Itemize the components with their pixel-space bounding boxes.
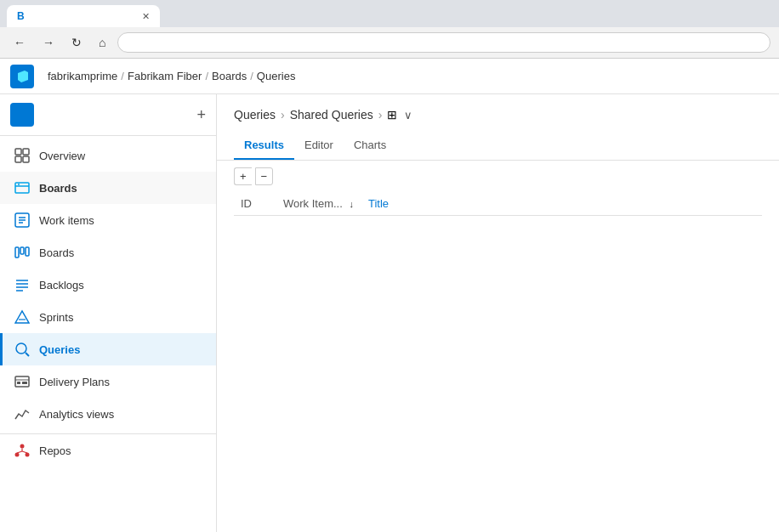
svg-rect-4	[15, 156, 21, 162]
breadcrumb-chevron-2: ›	[378, 108, 383, 122]
sidebar-item-repos[interactable]: Repos	[0, 433, 216, 467]
breadcrumb-boards[interactable]: Boards	[212, 70, 247, 82]
sidebar-item-queries-label: Queries	[39, 343, 80, 356]
tab-favicon: B	[17, 10, 29, 22]
sidebar-item-backlogs-label: Backlogs	[39, 279, 84, 291]
boards-icon	[14, 244, 31, 261]
backlogs-icon	[14, 276, 31, 293]
svg-point-30	[26, 453, 30, 457]
svg-line-32	[17, 451, 22, 453]
address-bar: ← → ↻ ⌂	[0, 27, 779, 58]
breadcrumb-sep-1: /	[121, 70, 124, 82]
breadcrumb-fabrikam-fiber[interactable]: Fabrikam Fiber	[128, 70, 202, 82]
refresh-button[interactable]: ↻	[66, 34, 87, 51]
sidebar-item-boards-label: Boards	[39, 246, 74, 259]
tab-bar-content: Results Editor Charts	[234, 132, 762, 160]
back-button[interactable]: ←	[9, 34, 31, 51]
azure-devops-logo	[10, 65, 34, 88]
breadcrumb-fabrikamprime[interactable]: fabrikamprime	[48, 70, 117, 82]
svg-rect-24	[15, 376, 29, 387]
svg-rect-2	[15, 149, 21, 155]
tab-bar: B ✕	[0, 0, 779, 27]
sidebar-item-delivery-plans-label: Delivery Plans	[39, 376, 110, 388]
breadcrumb-chevron-1: ›	[281, 108, 285, 122]
svg-line-33	[22, 451, 27, 453]
work-items-icon	[14, 212, 31, 229]
topbar-breadcrumb: fabrikamprime / Fabrikam Fiber / Boards …	[44, 70, 295, 82]
expand-button[interactable]: +	[234, 167, 252, 185]
table-controls: + −	[234, 167, 762, 185]
svg-point-8	[18, 184, 20, 185]
sidebar-item-backlogs[interactable]: Backlogs	[0, 269, 216, 301]
tab-results[interactable]: Results	[234, 132, 294, 160]
svg-point-22	[16, 343, 26, 354]
project-icon	[10, 103, 34, 127]
sidebar-item-analytics-views[interactable]: Analytics views	[0, 398, 216, 430]
tab-charts[interactable]: Charts	[344, 132, 396, 160]
col-header-id[interactable]: ID	[234, 192, 276, 216]
main-area: + Overview Boards	[0, 94, 779, 532]
sidebar-project-header: +	[0, 94, 216, 136]
sidebar-item-queries[interactable]: Queries	[0, 333, 216, 365]
overview-icon	[14, 147, 31, 164]
sidebar-item-work-items[interactable]: Work items	[0, 204, 216, 236]
table-header-row: ID Work Item... ↓ Title	[234, 192, 762, 216]
svg-rect-15	[26, 247, 29, 256]
svg-point-28	[20, 444, 25, 449]
sidebar-item-repos-label: Repos	[39, 444, 71, 457]
sidebar-item-overview[interactable]: Overview	[0, 139, 216, 172]
sidebar-boards-group-label: Boards	[39, 182, 77, 195]
sidebar-item-delivery-plans[interactable]: Delivery Plans	[0, 365, 216, 398]
collapse-button[interactable]: −	[255, 167, 274, 185]
sidebar-item-overview-label: Overview	[39, 150, 85, 162]
sidebar-item-boards-group-header[interactable]: Boards	[0, 172, 216, 204]
queries-icon	[14, 341, 31, 358]
svg-rect-27	[22, 382, 27, 384]
browser-tab-active[interactable]: B ✕	[7, 5, 160, 27]
browser-chrome: B ✕ ← → ↻ ⌂	[0, 0, 779, 59]
svg-rect-6	[15, 183, 29, 193]
svg-point-29	[15, 453, 20, 457]
svg-rect-5	[23, 156, 29, 162]
repos-icon	[14, 442, 31, 459]
content-area: Queries › Shared Queries › ⊞ ∨ Results E…	[217, 94, 779, 532]
breadcrumb-queries[interactable]: Queries	[257, 70, 296, 82]
delivery-plans-icon	[14, 373, 31, 390]
url-bar[interactable]	[117, 32, 770, 53]
svg-line-23	[26, 353, 29, 356]
svg-rect-13	[15, 247, 19, 258]
app-layout: fabrikamprime / Fabrikam Fiber / Boards …	[0, 59, 779, 532]
svg-rect-3	[23, 149, 29, 155]
svg-rect-26	[17, 382, 20, 384]
content-breadcrumb: Queries › Shared Queries › ⊞ ∨	[234, 108, 762, 122]
breadcrumb-queries[interactable]: Queries	[234, 108, 276, 122]
sidebar-item-sprints-label: Sprints	[39, 311, 73, 324]
work-in-progress-table-icon: ⊞	[387, 108, 397, 122]
col-header-type[interactable]: Work Item... ↓	[276, 192, 361, 216]
app-topbar: fabrikamprime / Fabrikam Fiber / Boards …	[0, 59, 779, 94]
sprints-icon	[14, 308, 31, 325]
breadcrumb-shared-queries[interactable]: Shared Queries	[290, 108, 373, 122]
content-header: Queries › Shared Queries › ⊞ ∨ Results E…	[217, 94, 779, 161]
boards-group-icon	[14, 179, 31, 196]
page-title-chevron[interactable]: ∨	[404, 109, 412, 122]
col-header-title[interactable]: Title	[361, 192, 762, 216]
tab-editor[interactable]: Editor	[294, 132, 344, 160]
sidebar-item-boards[interactable]: Boards	[0, 236, 216, 269]
table-area: + − ID Work Item... ↓ Title	[217, 161, 779, 223]
home-button[interactable]: ⌂	[94, 34, 111, 51]
breadcrumb-sep-3: /	[250, 70, 253, 82]
new-tab-button[interactable]	[163, 13, 177, 20]
analytics-views-icon	[14, 405, 31, 422]
tab-close-button[interactable]: ✕	[142, 11, 150, 22]
sidebar-item-sprints[interactable]: Sprints	[0, 301, 216, 333]
project-plus-button[interactable]: +	[196, 106, 206, 124]
svg-rect-14	[20, 247, 24, 254]
results-table: ID Work Item... ↓ Title	[234, 192, 762, 216]
sidebar-item-work-items-label: Work items	[39, 214, 94, 227]
sidebar-item-analytics-views-label: Analytics views	[39, 408, 114, 421]
sidebar-nav: Overview Boards Work items	[0, 136, 216, 470]
forward-button[interactable]: →	[37, 34, 60, 51]
svg-marker-20	[15, 311, 29, 323]
sidebar: + Overview Boards	[0, 94, 217, 532]
